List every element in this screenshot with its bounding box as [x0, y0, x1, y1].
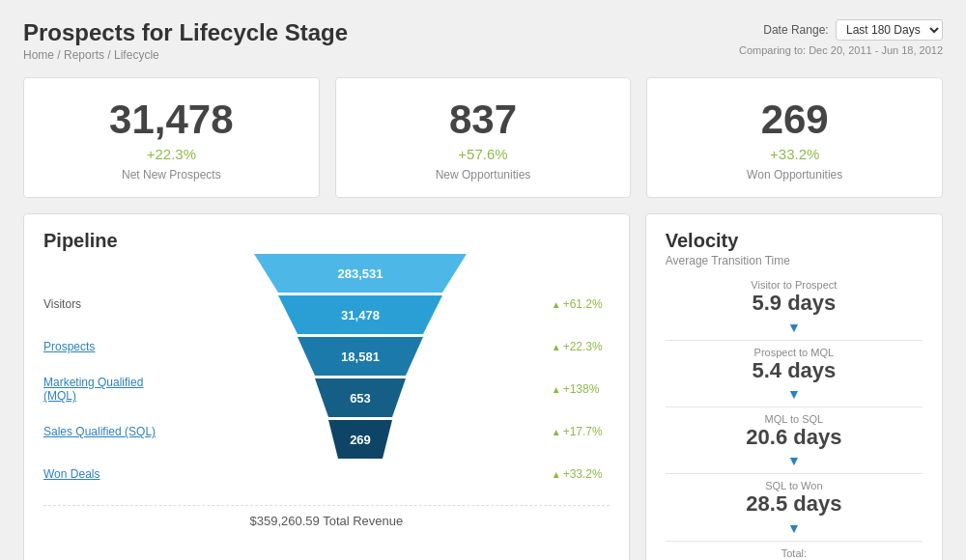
velocity-subtitle: Average Transition Time — [666, 254, 923, 267]
arrow-down-icon-3: ▼ — [666, 521, 923, 535]
pipeline-panel: Pipeline Visitors Prospects Marketing Qu… — [23, 213, 630, 560]
pipeline-label-won: Won Deals — [43, 453, 169, 495]
svg-text:269: 269 — [350, 433, 371, 447]
page-title: Prospects for Lifecycle Stage — [23, 19, 348, 46]
velocity-item-0: Visitor to Prospect 5.9 days — [666, 279, 923, 316]
mql-link[interactable]: Marketing Qualified (MQL) — [43, 376, 169, 403]
stat-change-opportunities: +57.6% — [355, 146, 611, 162]
pipeline-change-mql: ▲ +138% — [552, 368, 610, 410]
velocity-value-3: 28.5 days — [666, 491, 923, 517]
arrow-down-icon-1: ▼ — [666, 387, 923, 401]
stat-cards: 31,478 +22.3% Net New Prospects 837 +57.… — [23, 77, 943, 198]
won-link[interactable]: Won Deals — [43, 467, 99, 481]
stat-label-prospects: Net New Prospects — [43, 168, 299, 182]
arrow-up-won: ▲ — [552, 469, 561, 480]
velocity-item-3: SQL to Won 28.5 days — [666, 480, 923, 517]
bottom-panels: Pipeline Visitors Prospects Marketing Qu… — [23, 213, 943, 560]
svg-text:31,478: 31,478 — [341, 308, 380, 322]
arrow-down-icon-2: ▼ — [666, 454, 923, 467]
pipeline-label-sql: Sales Qualified (SQL) — [43, 410, 169, 453]
velocity-title: Velocity — [666, 230, 923, 252]
total-revenue: $359,260.59 Total Revenue — [43, 505, 610, 528]
velocity-label-1: Prospect to MQL — [666, 347, 923, 358]
velocity-label-3: SQL to Won — [666, 480, 923, 491]
comparing-text: Comparing to: Dec 20, 2011 - Jun 18, 201… — [739, 44, 943, 56]
stat-number-opportunities: 837 — [355, 98, 611, 142]
velocity-divider-1 — [666, 406, 923, 407]
sql-link[interactable]: Sales Qualified (SQL) — [43, 425, 156, 438]
svg-text:653: 653 — [350, 391, 371, 406]
pipeline-content: Visitors Prospects Marketing Qualified (… — [43, 254, 610, 495]
svg-text:283,531: 283,531 — [337, 266, 383, 281]
velocity-item-1: Prospect to MQL 5.4 days — [666, 347, 923, 383]
velocity-label-2: MQL to SQL — [666, 413, 923, 425]
date-range-label: Date Range: — [763, 23, 828, 37]
velocity-item-total: Total: 2 months — [666, 547, 923, 560]
date-range-area: Date Range: Last 180 Days Last 30 Days L… — [739, 19, 943, 56]
stat-number-prospects: 31,478 — [43, 98, 299, 142]
arrow-up-sql: ▲ — [552, 427, 561, 437]
stat-label-opportunities: New Opportunities — [355, 168, 611, 182]
svg-text:18,581: 18,581 — [341, 350, 380, 364]
pipeline-title: Pipeline — [43, 230, 610, 252]
velocity-value-1: 5.4 days — [666, 358, 923, 383]
arrow-up-prospects: ▲ — [552, 342, 561, 352]
stat-card-prospects: 31,478 +22.3% Net New Prospects — [23, 77, 320, 198]
stat-change-won: +33.2% — [667, 146, 923, 162]
pipeline-change-prospects: ▲ +22.3% — [552, 325, 610, 368]
stat-card-opportunities: 837 +57.6% New Opportunities — [335, 77, 632, 198]
arrow-down-icon-0: ▼ — [666, 321, 923, 334]
arrow-up-mql: ▲ — [552, 384, 561, 395]
breadcrumb: Home / Reports / Lifecycle — [23, 48, 348, 62]
pipeline-changes: ▲ +61.2% ▲ +22.3% ▲ +138% ▲ +17.7% ▲ + — [552, 254, 610, 495]
stat-card-won: 269 +33.2% Won Opportunities — [646, 77, 943, 198]
arrow-up-visitors: ▲ — [552, 299, 561, 310]
velocity-divider-0 — [666, 340, 923, 341]
pipeline-label-visitors: Visitors — [43, 283, 169, 325]
velocity-value-0: 5.9 days — [666, 291, 923, 316]
pipeline-label-prospects: Prospects — [43, 325, 169, 368]
velocity-divider-2 — [666, 473, 923, 474]
velocity-divider-3 — [666, 541, 923, 542]
velocity-value-2: 20.6 days — [666, 425, 923, 450]
prospects-link[interactable]: Prospects — [43, 340, 95, 353]
date-range-select[interactable]: Last 180 Days Last 30 Days Last 90 Days … — [836, 19, 943, 41]
pipeline-change-sql: ▲ +17.7% — [552, 410, 610, 453]
velocity-panel: Velocity Average Transition Time Visitor… — [645, 213, 943, 560]
stat-number-won: 269 — [667, 98, 923, 142]
velocity-label-total: Total: — [666, 547, 923, 559]
pipeline-labels: Visitors Prospects Marketing Qualified (… — [43, 254, 169, 495]
funnel-chart: 283,531 31,478 18,581 653 269 — [179, 254, 542, 466]
velocity-label-0: Visitor to Prospect — [666, 279, 923, 291]
stat-label-won: Won Opportunities — [667, 168, 923, 182]
pipeline-change-visitors: ▲ +61.2% — [552, 283, 610, 325]
pipeline-change-won: ▲ +33.2% — [552, 453, 610, 495]
stat-change-prospects: +22.3% — [43, 146, 299, 162]
pipeline-label-mql: Marketing Qualified (MQL) — [43, 368, 169, 410]
velocity-item-2: MQL to SQL 20.6 days — [666, 413, 923, 450]
